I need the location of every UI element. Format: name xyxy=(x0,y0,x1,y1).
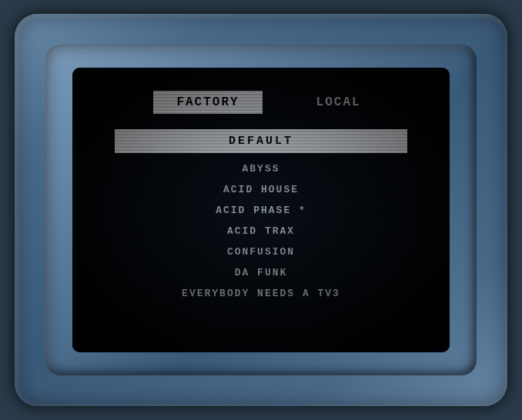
tab-factory[interactable]: FACTORY xyxy=(153,91,262,114)
screen-content: FACTORY LOCAL DEFAULT ABYSS ACID HOUSE A… xyxy=(72,68,450,303)
list-item[interactable]: ACID TRAX xyxy=(72,222,450,241)
list-item[interactable]: DA FUNK xyxy=(72,263,450,282)
tab-row: FACTORY LOCAL xyxy=(153,91,368,114)
list-item[interactable]: ABYSS xyxy=(72,159,450,178)
list-item[interactable]: EVERYBODY NEEDS A TV3 xyxy=(72,284,450,303)
tv-bezel: FACTORY LOCAL DEFAULT ABYSS ACID HOUSE A… xyxy=(45,45,477,375)
screen: FACTORY LOCAL DEFAULT ABYSS ACID HOUSE A… xyxy=(72,68,450,352)
preset-list: ABYSS ACID HOUSE ACID PHASE * ACID TRAX … xyxy=(72,159,450,303)
list-item[interactable]: CONFUSION xyxy=(72,242,450,262)
selected-preset: DEFAULT xyxy=(115,129,407,153)
tab-local[interactable]: LOCAL xyxy=(309,91,369,114)
list-item[interactable]: ACID HOUSE xyxy=(72,180,450,199)
tv-outer: FACTORY LOCAL DEFAULT ABYSS ACID HOUSE A… xyxy=(15,14,507,406)
list-item[interactable]: ACID PHASE * xyxy=(72,201,450,220)
